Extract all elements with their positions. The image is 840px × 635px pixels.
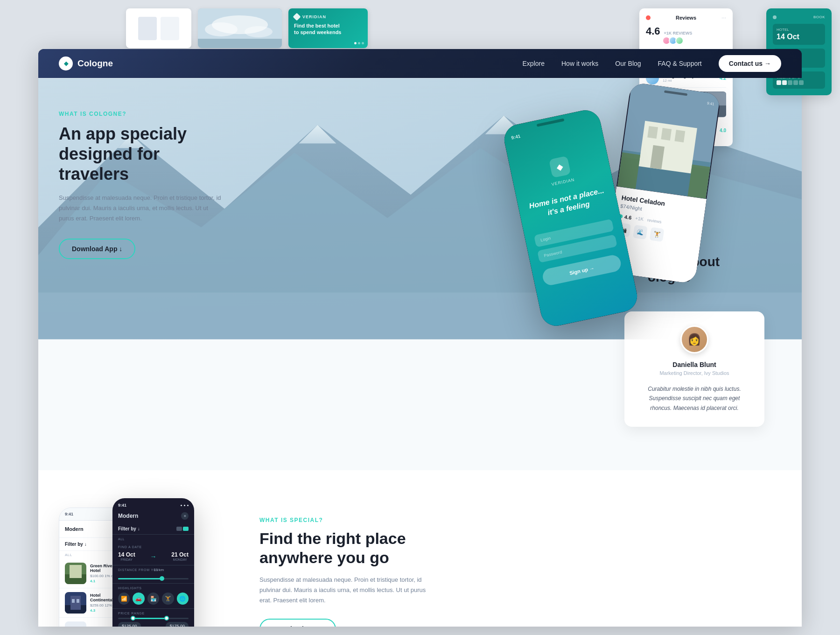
browser-window: ◆ Cologne Explore How it works Our Blog … [38,49,802,627]
section-two-desc: Suspendisse at malesuada neque. Proin et… [259,575,437,606]
svg-rect-34 [77,599,79,603]
hero-section: WHAT IS COLOGNE? An app specialy designe… [38,78,802,339]
nav-explore[interactable]: Explore [523,60,545,67]
reviewer-rating-3: 4.0 [720,128,726,133]
svg-rect-21 [647,126,658,139]
veridian-label: VERIDIAN [302,14,326,19]
svg-point-2 [205,22,238,36]
date-to: 21 Oct [171,551,189,558]
veridian-preview-card: VERIDIAN Find the best hotel to spend we… [288,8,368,48]
price-from: $125.00 [118,622,141,627]
section-two-tag: WHAT IS SPECIAL? [259,517,781,523]
testimonial-section: 👩 Daniella Blunt Marketing Director, Ivy… [38,339,802,470]
hotel-rating: 4.6 [624,214,632,220]
nav-faq[interactable]: FAQ & Support [658,60,702,67]
navbar-links: Explore How it works Our Blog FAQ & Supp… [523,55,781,72]
booking-date: 14 Oct [777,33,821,41]
section-phones: 9:41 Modern ✕ Filter by ↓ [59,498,236,627]
testimonial-name: Daniella Blunt [638,361,750,368]
reviews-title: Reviews [676,15,696,21]
phone-main-tagline: Home is not a place... it's a feeling [528,185,607,222]
navbar-logo[interactable]: ◆ Cologne [59,56,113,71]
svg-rect-29 [70,565,82,578]
dark-filter-phone: 9:41 Modern ✕ Filter by ↓ [112,498,194,627]
phone-mockups-container: 9:41 ◆ VERIDIAN Home is not a place... i… [494,78,718,339]
date-to-day: MONDAY [171,558,189,561]
svg-point-3 [245,26,273,37]
nav-how-it-works[interactable]: How it works [561,60,598,67]
contact-us-button[interactable]: Contact us → [719,55,781,72]
svg-rect-23 [674,130,685,142]
veridian-card-tagline: Find the best hotel to spend weekends [294,22,362,36]
date-from: 14 Oct [118,551,135,558]
section-two-title: Find the right place anywhere you go [259,529,781,567]
section-two-download-button[interactable]: Download App ↓ [259,619,336,627]
hero-download-button[interactable]: Download App ↓ [59,239,135,259]
reviews-count: +1K REVIEWS [664,31,693,35]
navbar: ◆ Cologne Explore How it works Our Blog … [38,49,802,78]
booking-label: BOOK [813,15,825,19]
hero-desc: Suspendisse at malesuada neque. Proin et… [59,193,223,224]
svg-rect-33 [72,599,75,603]
price-label: PRICE RANGE [118,612,189,615]
phone-main: 9:41 ◆ VERIDIAN Home is not a place... i… [502,107,640,329]
section-two: 9:41 Modern ✕ Filter by ↓ [38,470,802,627]
hero-content: WHAT IS COLOGNE? An app specialy designe… [38,78,244,287]
phone-main-time: 9:41 [511,134,521,141]
price-to: $175.00 [166,622,189,627]
logo-icon: ◆ [59,56,73,71]
nav-blog[interactable]: Our Blog [615,60,641,67]
distance-value: 13 km [154,568,164,572]
date-from-day: FRIDAY [118,558,135,561]
section-two-content: WHAT IS SPECIAL? Find the right place an… [259,498,781,627]
highlights-label: HIGHLIGHTS [118,586,189,590]
logo-text: Cologne [77,58,113,69]
testimonial-role: Marketing Director, Ivy Studios [638,370,750,376]
reviews-big-rating: 4.6 [646,25,660,37]
svg-rect-4 [198,39,282,48]
hotel-reviews: +1K [635,216,644,222]
mini-preview-card-1 [126,8,191,48]
testimonial-text: Curabitur molestie in nibh quis luctus. … [638,384,750,413]
mini-preview-card-2 [198,8,282,48]
hero-tag: WHAT IS COLOGNE? [59,111,223,117]
svg-rect-22 [661,128,672,141]
hero-title: An app specialy designed for travelers [59,124,223,184]
find-date-label: FIND A DATE [118,545,189,549]
